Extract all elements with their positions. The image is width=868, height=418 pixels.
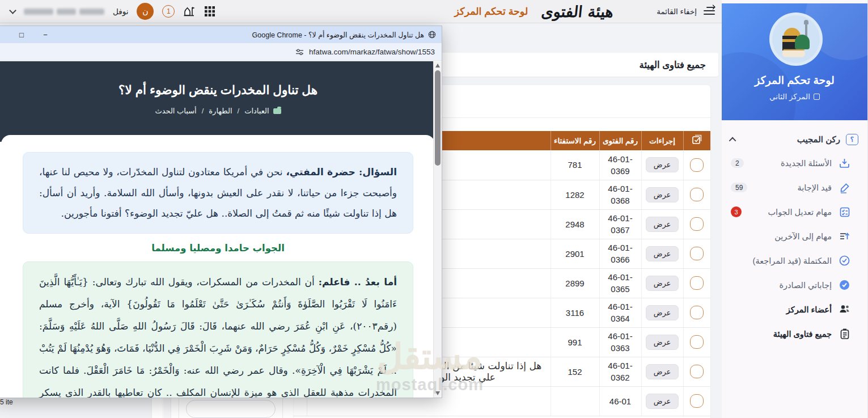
center-avatar: [769, 12, 823, 66]
kaaba-icon: [814, 94, 820, 100]
sidebar-section-responder-corner[interactable]: ؟ ركن المجيب: [722, 128, 867, 151]
sidebar-item-center-members[interactable]: أعضاء المركز: [722, 297, 867, 322]
view-button[interactable]: عرض: [646, 276, 679, 291]
scrollbar-thumb[interactable]: [435, 70, 441, 166]
row-checkbox[interactable]: [690, 335, 704, 349]
fatwa-number-cell: 46-01-0362: [599, 357, 641, 386]
count-badge: 59: [731, 183, 747, 192]
url-text[interactable]: hfatwa.com/markaz/fatwa/show/1553: [309, 48, 435, 56]
sidebar-item-all-fatwas[interactable]: جميع فتاوى الهيئة: [722, 322, 867, 346]
fatwa-popup-window: × □ − هل تناول المخدرات ينقض الوضوء أم ل…: [0, 26, 442, 398]
fatwa-number-cell: 46-01-0364: [599, 298, 641, 327]
row-checkbox[interactable]: [690, 306, 704, 319]
answer-box: أما بعدُ .. فاعلم: أن المخدرات من المسكر…: [23, 261, 413, 398]
sidebar-item-new-questions[interactable]: الأسئلة الجديدة 2: [722, 151, 867, 175]
row-checkbox[interactable]: [690, 365, 704, 378]
inbox-down-icon: [839, 157, 850, 169]
fatwa-number-cell: 46-01-0365: [599, 268, 641, 298]
send-up-icon: [839, 230, 850, 242]
mosque-icon[interactable]: [183, 5, 196, 18]
request-number-cell: 3116: [551, 298, 599, 327]
popup-titlebar[interactable]: × □ − هل تناول المخدرات ينقض الوضوء أم ل…: [0, 26, 442, 43]
window-controls: × □ −: [0, 31, 50, 39]
page-title: جميع فتاوى الهيئة: [640, 60, 706, 70]
select-all-header[interactable]: [683, 131, 710, 150]
scroll-down-arrow-icon[interactable]: [435, 391, 440, 395]
view-button[interactable]: عرض: [646, 305, 679, 320]
column-header-fatwa-no[interactable]: رقم الفتوى: [599, 131, 641, 150]
avatar[interactable]: ن: [137, 3, 154, 20]
view-button[interactable]: عرض: [646, 335, 679, 350]
app-topbar: إخفاء القائمة هيئة الفتوى لوحة تحكم المر…: [0, 0, 722, 23]
view-button[interactable]: عرض: [646, 364, 679, 379]
topbar-user-area: نوفل ن 1: [10, 3, 215, 20]
column-header-actions[interactable]: إجراءات: [641, 131, 683, 150]
sidebar-item-in-progress[interactable]: قيد الإجابة 59: [722, 175, 867, 200]
popup-address-bar[interactable]: hfatwa.com/markaz/fatwa/show/1553: [0, 43, 442, 61]
sidebar-item-my-issued-answers[interactable]: إجاباتي الصادرة: [722, 273, 867, 297]
apps-grid-icon[interactable]: [204, 6, 215, 17]
count-badge: 2: [731, 158, 744, 168]
breadcrumb-worship[interactable]: العبادات: [244, 107, 269, 115]
fatwa-number-cell: 46-01-0367: [599, 209, 641, 239]
window-title: هل تناول المخدرات ينقض الوضوء أم لا؟ - G…: [252, 31, 436, 39]
column-header-request-no[interactable]: رقم الاستفتاء: [551, 131, 599, 150]
scroll-up-arrow-icon[interactable]: [435, 64, 440, 67]
sidebar-header: لوحة تحكم المركز المركز الثاني: [722, 3, 867, 120]
view-button[interactable]: عرض: [646, 394, 679, 409]
row-checkbox[interactable]: [690, 394, 704, 408]
answer-text: أما بعدُ .. فاعلم: أن المخدرات من المسكر…: [39, 271, 397, 398]
table-footer-info: 5 items: [0, 398, 13, 408]
check-circle-icon: [839, 255, 850, 267]
filter-input-fiqh-chapter[interactable]: [186, 400, 276, 418]
row-checkbox[interactable]: [690, 158, 704, 172]
request-number-cell: 781: [551, 150, 599, 180]
fatwa-title: هل تناول المخدرات ينقض الوضوء أم لا؟: [0, 83, 442, 98]
mosque-image: [772, 15, 820, 63]
row-checkbox[interactable]: [690, 188, 704, 201]
minimize-icon[interactable]: −: [41, 31, 50, 39]
view-button[interactable]: عرض: [646, 187, 679, 202]
fatwa-card: السؤال: حضرة المفتي، نحن في أمريكا معتاد…: [1, 135, 435, 398]
sidebar-title: لوحة تحكم المركز: [722, 74, 867, 87]
maximize-icon[interactable]: □: [17, 31, 26, 39]
sidebar-subtitle: المركز الثاني: [722, 92, 867, 101]
view-button[interactable]: عرض: [646, 217, 679, 232]
request-number-cell: 991: [551, 327, 599, 357]
popup-scrollbar[interactable]: [433, 61, 442, 398]
members-icon: [839, 303, 850, 315]
site-settings-icon[interactable]: [295, 48, 304, 56]
sidebar-item-completed-under-review[interactable]: المكتملة (قيد المراجعة): [722, 248, 867, 273]
row-checkbox[interactable]: [690, 276, 704, 290]
clipboard-icon: [839, 328, 850, 340]
request-number-cell: 1282: [551, 180, 599, 209]
fatwa-number-cell: 46-01-0368: [599, 180, 641, 209]
fatwa-authority-logo: هيئة الفتوى: [541, 3, 615, 20]
row-checkbox[interactable]: [690, 217, 704, 231]
user-fullname-blurred: [24, 9, 104, 15]
request-number-cell: [551, 386, 599, 416]
chevron-up-icon[interactable]: [729, 137, 736, 144]
sidebar-item-tasks-to-others[interactable]: مهام إلى الآخرين: [722, 224, 867, 248]
hide-menu-label[interactable]: إخفاء القائمة: [657, 7, 697, 16]
notification-badge[interactable]: 1: [162, 5, 175, 18]
breadcrumb-hadath-causes[interactable]: أسباب الحدث: [155, 107, 196, 115]
view-button[interactable]: عرض: [646, 246, 679, 261]
fatwa-number-cell: 46-01: [599, 386, 641, 416]
fatwa-number-cell: 46-01-0366: [599, 239, 641, 268]
breadcrumb-purity[interactable]: الطهارة: [209, 107, 232, 115]
globe-icon: [428, 31, 436, 39]
sidebar-menu: ؟ ركن المجيب الأسئلة الجديدة 2 قيد الإجا…: [722, 120, 867, 346]
seal-check-icon: [839, 279, 850, 291]
select-all-icon[interactable]: [692, 134, 702, 145]
question-bubble-icon: ؟: [846, 134, 858, 145]
close-icon[interactable]: ×: [0, 31, 2, 39]
fatwa-number-cell: 46-01-0369: [599, 150, 641, 180]
sidebar-item-edit-answer-tasks[interactable]: مهام تعديل الجواب 3: [722, 200, 867, 224]
panel-title: لوحة تحكم المركز: [454, 6, 528, 18]
view-button[interactable]: عرض: [646, 157, 679, 172]
count-badge-red: 3: [731, 206, 742, 217]
chevron-down-icon[interactable]: [9, 7, 16, 14]
hide-menu-icon[interactable]: [702, 7, 715, 16]
row-checkbox[interactable]: [690, 247, 704, 260]
